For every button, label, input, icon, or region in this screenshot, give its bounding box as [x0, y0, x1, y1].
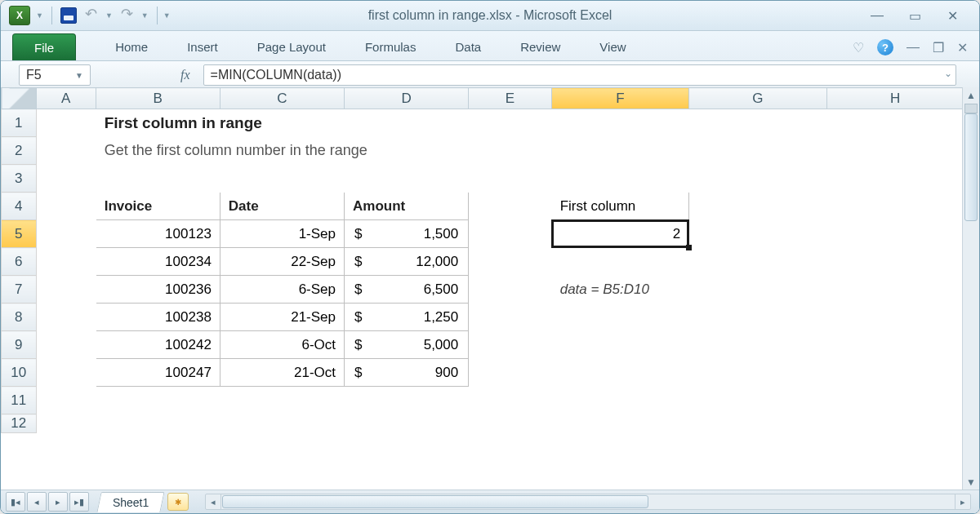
grid[interactable]: A B C D E F G H 1	[1, 87, 962, 490]
cell-row11[interactable]	[36, 387, 962, 414]
cell-E8[interactable]	[469, 304, 962, 331]
undo-dropdown-icon[interactable]: ▼	[105, 11, 113, 20]
cell-row3[interactable]	[36, 165, 962, 193]
tab-formulas[interactable]: Formulas	[365, 40, 416, 54]
maximize-icon[interactable]: ▭	[907, 10, 922, 21]
sheet-tab[interactable]: Sheet1	[96, 492, 165, 512]
cell-A5[interactable]	[36, 220, 96, 248]
cell-F4[interactable]: First column	[551, 193, 688, 220]
row-header-9[interactable]: 9	[2, 331, 37, 359]
cell-D10[interactable]: $900	[345, 359, 469, 387]
formula-input[interactable]: =MIN(COLUMN(data)) ⌄	[203, 64, 956, 86]
sheet-nav-prev-icon[interactable]: ◂	[27, 492, 47, 512]
cell-A2[interactable]	[36, 137, 96, 165]
undo-icon[interactable]	[85, 10, 100, 21]
cell-A7[interactable]	[36, 276, 96, 304]
redo-dropdown-icon[interactable]: ▼	[141, 11, 149, 20]
cell-E10[interactable]	[469, 359, 962, 387]
cell-B6[interactable]: 100234	[96, 248, 220, 276]
excel-logo-icon[interactable]	[9, 6, 30, 25]
formula-expand-icon[interactable]: ⌄	[944, 68, 952, 79]
spreadsheet-body[interactable]: 1 First column in range 2 Get the first …	[1, 87, 962, 433]
fill-handle[interactable]	[686, 245, 692, 250]
row-header-6[interactable]: 6	[2, 248, 37, 276]
row-header-5[interactable]: 5	[2, 220, 37, 248]
scroll-down-arrow-icon[interactable]: ▼	[963, 474, 979, 490]
cell-B5[interactable]: 100123	[96, 220, 220, 248]
tab-page-layout[interactable]: Page Layout	[257, 40, 326, 54]
sheet-nav-first-icon[interactable]: ▮◂	[6, 492, 25, 512]
qat-logo-dropdown-icon[interactable]: ▼	[36, 11, 43, 20]
cell-B9[interactable]: 100242	[96, 331, 220, 359]
redo-icon[interactable]	[121, 10, 136, 21]
row-header-8[interactable]: 8	[2, 304, 37, 331]
tab-view[interactable]: View	[599, 40, 626, 54]
horizontal-scrollbar[interactable]: ◂ ▸	[205, 494, 971, 510]
scroll-up-arrow-icon[interactable]: ▲	[963, 87, 979, 104]
cell-A6[interactable]	[36, 248, 96, 276]
cell-D4[interactable]: Amount	[345, 193, 469, 220]
row-header-10[interactable]: 10	[2, 359, 37, 387]
scroll-track[interactable]	[964, 104, 978, 474]
name-box[interactable]: F5 ▼	[19, 64, 91, 86]
cell-D6[interactable]: $12,000	[345, 248, 469, 276]
row-header-7[interactable]: 7	[2, 276, 37, 304]
doc-minimize-icon[interactable]: ―	[906, 40, 920, 55]
name-box-dropdown-icon[interactable]: ▼	[75, 71, 83, 80]
cell-C9[interactable]: 6-Oct	[220, 331, 344, 359]
sheet-nav-next-icon[interactable]: ▸	[48, 492, 68, 512]
cell-F7[interactable]: data = B5:D10	[551, 276, 962, 304]
cell-B8[interactable]: 100238	[96, 304, 220, 331]
cell-E5[interactable]	[469, 220, 551, 248]
new-sheet-icon[interactable]	[167, 493, 189, 511]
cell-G4[interactable]	[689, 193, 962, 220]
cell-A1[interactable]	[36, 109, 96, 137]
tab-insert[interactable]: Insert	[187, 40, 218, 54]
row-header-2[interactable]: 2	[2, 137, 37, 165]
fx-icon[interactable]: fx	[180, 68, 190, 82]
help-icon[interactable]: ?	[877, 39, 893, 55]
scroll-thumb[interactable]	[964, 113, 978, 221]
row-header-1[interactable]: 1	[2, 109, 37, 137]
close-icon[interactable]: ✕	[945, 10, 960, 21]
cell-D8[interactable]: $1,250	[345, 304, 469, 331]
cell-A10[interactable]	[36, 359, 96, 387]
cell-D9[interactable]: $5,000	[345, 331, 469, 359]
sheet-nav-last-icon[interactable]: ▸▮	[69, 492, 89, 512]
scroll-left-arrow-icon[interactable]: ◂	[206, 494, 221, 509]
row-header-11[interactable]: 11	[2, 387, 37, 414]
cell-row12[interactable]	[36, 414, 962, 433]
cell-D7[interactable]: $6,500	[345, 276, 469, 304]
row-header-3[interactable]: 3	[2, 165, 37, 193]
save-icon[interactable]	[60, 7, 77, 24]
scroll-right-arrow-icon[interactable]: ▸	[955, 494, 970, 509]
cell-G5[interactable]	[689, 220, 962, 248]
cell-A8[interactable]	[36, 304, 96, 331]
cell-D5[interactable]: $1,500	[345, 220, 469, 248]
vertical-scrollbar[interactable]: ▲ ▼	[962, 87, 979, 490]
cell-E6[interactable]	[469, 248, 962, 276]
cell-B2[interactable]: Get the first column number in the range	[96, 137, 962, 165]
cell-E7[interactable]	[469, 276, 551, 304]
doc-restore-icon[interactable]: ❐	[933, 40, 944, 55]
hscroll-thumb[interactable]	[222, 495, 648, 508]
cell-C7[interactable]: 6-Sep	[220, 276, 344, 304]
cell-F5[interactable]: 2	[551, 220, 688, 248]
row-header-12[interactable]: 12	[2, 414, 37, 433]
cell-B1[interactable]: First column in range	[96, 109, 962, 137]
cell-B10[interactable]: 100247	[96, 359, 220, 387]
qat-customize-dropdown-icon[interactable]: ▼	[163, 11, 171, 20]
tab-review[interactable]: Review	[520, 40, 560, 54]
cell-A4[interactable]	[36, 193, 96, 220]
row-header-4[interactable]: 4	[2, 193, 37, 220]
cell-A9[interactable]	[36, 331, 96, 359]
tab-data[interactable]: Data	[455, 40, 481, 54]
cell-C4[interactable]: Date	[220, 193, 344, 220]
minimize-icon[interactable]: ―	[870, 10, 884, 21]
cell-C10[interactable]: 21-Oct	[220, 359, 344, 387]
file-tab[interactable]: File	[12, 33, 76, 60]
cell-C8[interactable]: 21-Sep	[220, 304, 344, 331]
cell-E9[interactable]	[469, 331, 962, 359]
cell-B7[interactable]: 100236	[96, 276, 220, 304]
cell-C6[interactable]: 22-Sep	[220, 248, 344, 276]
